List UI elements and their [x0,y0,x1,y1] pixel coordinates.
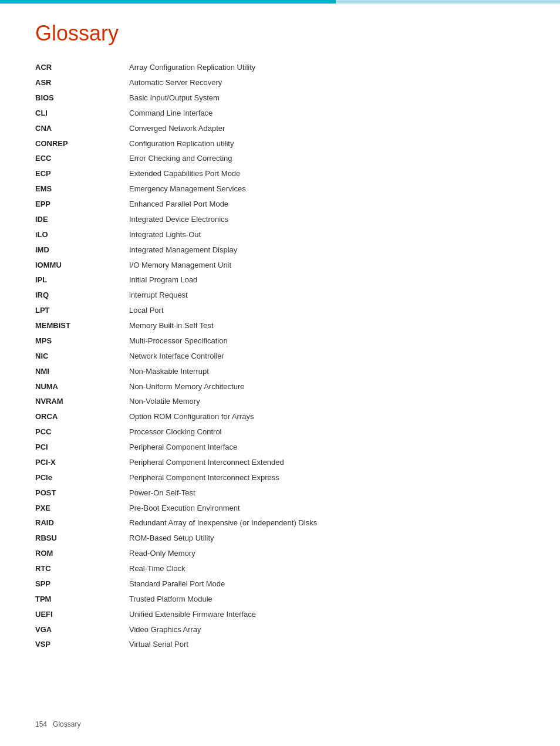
glossary-definition: Trusted Platform Module [129,592,525,607]
glossary-abbr: RTC [35,561,129,576]
glossary-abbr: NUMA [35,379,129,394]
glossary-row: ECPExtended Capabilities Port Mode [35,166,525,181]
glossary-row: ORCAOption ROM Configuration for Arrays [35,409,525,424]
glossary-row: ASRAutomatic Server Recovery [35,75,525,90]
glossary-row: PCIPeripheral Component Interface [35,440,525,455]
glossary-abbr: NMI [35,364,129,379]
glossary-definition: Non-Volatile Memory [129,394,525,409]
glossary-abbr: BIOS [35,90,129,106]
glossary-definition: Non-Uniform Memory Architecture [129,379,525,394]
glossary-abbr: MEMBIST [35,318,129,333]
glossary-row: ECCError Checking and Correcting [35,151,525,166]
glossary-row: CNAConverged Network Adapter [35,121,525,136]
glossary-definition: Integrated Lights-Out [129,227,525,242]
glossary-row: LPTLocal Port [35,303,525,318]
glossary-row: EMSEmergency Management Services [35,181,525,197]
glossary-row: PCIePeripheral Component Interconnect Ex… [35,470,525,485]
glossary-abbr: PCI [35,440,129,455]
page-footer: 154 Glossary [35,720,80,728]
glossary-row: RAIDRedundant Array of Inexpensive (or I… [35,515,525,531]
glossary-row: PXEPre-Boot Execution Environment [35,500,525,515]
glossary-row: IRQinterrupt Request [35,288,525,303]
page-title: Glossary [35,21,525,46]
glossary-abbr: PCC [35,424,129,440]
glossary-abbr: IMD [35,242,129,258]
glossary-definition: Unified Extensible Firmware Interface [129,607,525,622]
glossary-definition: Emergency Management Services [129,181,525,197]
glossary-abbr: MPS [35,333,129,349]
glossary-definition: Network Interface Controller [129,349,525,364]
glossary-abbr: SPP [35,576,129,592]
glossary-row: BIOSBasic Input/Output System [35,90,525,106]
glossary-abbr: NVRAM [35,394,129,409]
glossary-abbr: EPP [35,197,129,212]
glossary-abbr: PCI-X [35,455,129,470]
glossary-definition: Virtual Serial Port [129,637,525,652]
page-number: 154 [35,720,47,728]
glossary-abbr: ECC [35,151,129,166]
glossary-abbr: IDE [35,212,129,227]
glossary-abbr: NIC [35,349,129,364]
glossary-abbr: EMS [35,181,129,197]
glossary-row: IDEIntegrated Device Electronics [35,212,525,227]
glossary-definition: I/O Memory Management Unit [129,257,525,272]
glossary-definition: Option ROM Configuration for Arrays [129,409,525,424]
glossary-row: NMINon-Maskable Interrupt [35,364,525,379]
glossary-definition: Non-Maskable Interrupt [129,364,525,379]
glossary-row: NVRAMNon-Volatile Memory [35,394,525,409]
glossary-abbr: PXE [35,500,129,515]
glossary-abbr: CLI [35,106,129,121]
glossary-row: PCI-XPeripheral Component Interconnect E… [35,455,525,470]
glossary-abbr: ASR [35,75,129,90]
glossary-abbr: TPM [35,592,129,607]
glossary-row: ACRArray Configuration Replication Utili… [35,60,525,75]
glossary-row: PCCProcessor Clocking Control [35,424,525,440]
glossary-row: CLICommand Line Interface [35,106,525,121]
glossary-row: NUMANon-Uniform Memory Architecture [35,379,525,394]
glossary-abbr: UEFI [35,607,129,622]
glossary-definition: Redundant Array of Inexpensive (or Indep… [129,515,525,531]
glossary-definition: Basic Input/Output System [129,90,525,106]
glossary-definition: Automatic Server Recovery [129,75,525,90]
glossary-table: ACRArray Configuration Replication Utili… [35,60,525,652]
glossary-definition: Initial Program Load [129,272,525,288]
glossary-definition: Peripheral Component Interconnect Extend… [129,455,525,470]
glossary-row: IMDIntegrated Management Display [35,242,525,258]
glossary-row: POSTPower-On Self-Test [35,485,525,501]
glossary-row: MEMBISTMemory Built-in Self Test [35,318,525,333]
glossary-definition: interrupt Request [129,288,525,303]
glossary-row: TPMTrusted Platform Module [35,592,525,607]
glossary-abbr: RAID [35,515,129,531]
glossary-abbr: LPT [35,303,129,318]
glossary-definition: Integrated Management Display [129,242,525,258]
glossary-row: VSPVirtual Serial Port [35,637,525,652]
glossary-row: iLOIntegrated Lights-Out [35,227,525,242]
glossary-abbr: CONREP [35,136,129,151]
glossary-abbr: POST [35,485,129,501]
glossary-row: NICNetwork Interface Controller [35,349,525,364]
glossary-abbr: RBSU [35,531,129,546]
glossary-abbr: ROM [35,546,129,561]
glossary-definition: Pre-Boot Execution Environment [129,500,525,515]
glossary-definition: Array Configuration Replication Utility [129,60,525,75]
glossary-definition: Peripheral Component Interconnect Expres… [129,470,525,485]
glossary-definition: Standard Parallel Port Mode [129,576,525,592]
glossary-abbr: IRQ [35,288,129,303]
glossary-definition: Enhanced Parallel Port Mode [129,197,525,212]
glossary-definition: Command Line Interface [129,106,525,121]
glossary-definition: Converged Network Adapter [129,121,525,136]
glossary-definition: Multi-Processor Specification [129,333,525,349]
glossary-definition: Video Graphics Array [129,622,525,637]
glossary-row: VGAVideo Graphics Array [35,622,525,637]
glossary-definition: Power-On Self-Test [129,485,525,501]
glossary-abbr: VSP [35,637,129,652]
glossary-definition: Configuration Replication utility [129,136,525,151]
glossary-definition: Error Checking and Correcting [129,151,525,166]
glossary-abbr: VGA [35,622,129,637]
glossary-row: IOMMUI/O Memory Management Unit [35,257,525,272]
glossary-abbr: ACR [35,60,129,75]
glossary-definition: Extended Capabilities Port Mode [129,166,525,181]
glossary-row: RTCReal-Time Clock [35,561,525,576]
glossary-row: CONREPConfiguration Replication utility [35,136,525,151]
glossary-abbr: ECP [35,166,129,181]
